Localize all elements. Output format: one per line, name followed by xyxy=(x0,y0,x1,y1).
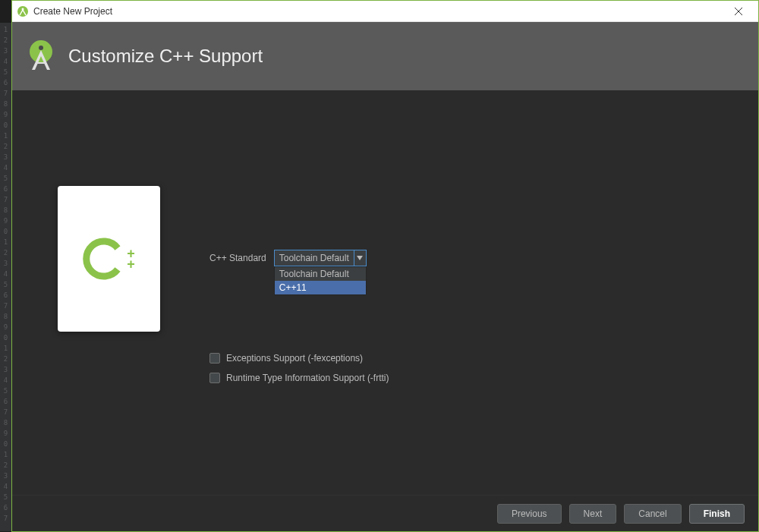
wizard-footer: Previous Next Cancel Finish xyxy=(12,495,758,531)
android-studio-icon xyxy=(17,5,29,17)
editor-gutter: 1234567890 1234567890 1234567890 1234567… xyxy=(0,23,11,531)
wizard-title: Customize C++ Support xyxy=(68,46,263,67)
dropdown-option-cpp11[interactable]: C++11 xyxy=(275,281,366,294)
dropdown-menu: Toolchain Default C++11 xyxy=(274,266,367,295)
rtti-support-checkbox[interactable]: Runtime Type Information Support (-frtti… xyxy=(209,373,389,383)
checkbox-box-icon xyxy=(209,373,220,383)
rtti-support-label: Runtime Type Information Support (-frtti… xyxy=(226,373,389,383)
svg-point-3 xyxy=(39,46,43,50)
checkbox-box-icon xyxy=(209,353,220,364)
finish-button[interactable]: Finish xyxy=(689,504,745,524)
cpp-c-icon xyxy=(83,236,128,282)
dropdown-trigger[interactable]: Toolchain Default xyxy=(274,250,367,266)
dialog-window: Create New Project Customize C++ Support xyxy=(11,0,759,532)
wizard-content: + + C++ Standard Toolchain Default Toolc… xyxy=(12,90,758,495)
next-button[interactable]: Next xyxy=(569,504,617,524)
close-button[interactable] xyxy=(723,1,754,22)
cpp-standard-dropdown[interactable]: Toolchain Default Toolchain Default C++1… xyxy=(274,250,367,266)
android-studio-logo-icon xyxy=(23,38,59,74)
cpp-standard-label: C++ Standard xyxy=(209,253,266,263)
cpp-illustration-card: + + xyxy=(58,186,160,332)
wizard-header: Customize C++ Support xyxy=(12,22,758,90)
svg-point-0 xyxy=(17,6,28,17)
cancel-button[interactable]: Cancel xyxy=(624,504,681,524)
exceptions-support-label: Exceptions Support (-fexceptions) xyxy=(226,353,363,364)
form-area: C++ Standard Toolchain Default Toolchain… xyxy=(209,250,367,266)
previous-button[interactable]: Previous xyxy=(497,504,562,524)
titlebar-title: Create New Project xyxy=(33,6,723,17)
checkbox-area: Exceptions Support (-fexceptions) Runtim… xyxy=(209,353,389,383)
dropdown-selected-value: Toolchain Default xyxy=(275,253,354,263)
titlebar[interactable]: Create New Project xyxy=(12,1,758,22)
exceptions-support-checkbox[interactable]: Exceptions Support (-fexceptions) xyxy=(209,353,389,364)
dropdown-option-toolchain-default[interactable]: Toolchain Default xyxy=(275,267,366,281)
chevron-down-icon xyxy=(354,250,366,266)
